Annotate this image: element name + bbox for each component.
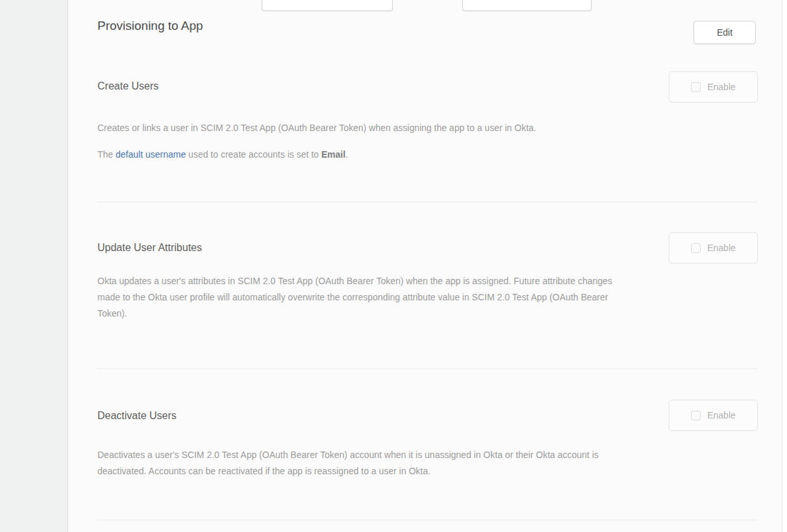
provisioning-settings-page: Provisioning to App Edit Create Users En… <box>0 0 787 532</box>
left-rail <box>0 0 68 532</box>
enable-toggle-update-user-attributes[interactable]: Enable <box>669 232 758 263</box>
section-divider <box>97 369 757 369</box>
edit-button[interactable]: Edit <box>693 21 756 44</box>
section-heading-update-user-attributes: Update User Attributes <box>97 242 202 254</box>
deactivate-users-description: Deactivates a user's SCIM 2.0 Test App (… <box>97 447 758 479</box>
create-users-username-note: The default username used to create acco… <box>97 147 758 163</box>
enable-label: Enable <box>707 243 736 253</box>
section-divider <box>97 202 757 202</box>
enable-label: Enable <box>707 82 736 92</box>
enable-checkbox[interactable] <box>691 411 701 420</box>
create-users-description: Creates or links a user in SCIM 2.0 Test… <box>97 120 758 136</box>
provisioning-content-panel: Provisioning to App Edit Create Users En… <box>69 0 782 532</box>
note-middle: used to create accounts is set to <box>186 149 321 160</box>
note-prefix: The <box>97 149 116 160</box>
page-title: Provisioning to App <box>97 19 203 33</box>
enable-checkbox[interactable] <box>691 82 701 92</box>
enable-toggle-deactivate-users[interactable]: Enable <box>669 400 758 431</box>
partial-input-field-1[interactable] <box>262 0 393 11</box>
enable-label: Enable <box>707 410 736 420</box>
enable-checkbox[interactable] <box>691 243 701 253</box>
default-username-link[interactable]: default username <box>116 149 186 160</box>
section-divider <box>97 520 757 520</box>
note-suffix: . <box>345 149 348 160</box>
partial-input-field-2[interactable] <box>462 0 592 11</box>
update-user-attributes-description: Okta updates a user's attributes in SCIM… <box>97 273 758 322</box>
section-heading-deactivate-users: Deactivate Users <box>97 410 177 422</box>
note-email-value: Email <box>321 149 345 160</box>
enable-toggle-create-users[interactable]: Enable <box>669 71 758 103</box>
section-heading-create-users: Create Users <box>97 80 158 92</box>
